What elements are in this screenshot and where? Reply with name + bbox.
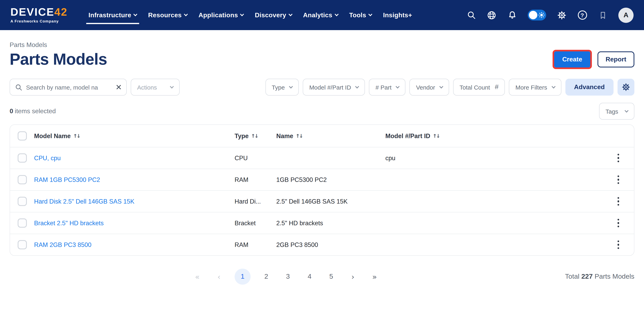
sort-icon[interactable]: ↑↓ <box>433 133 440 139</box>
type-filter-label: Type <box>272 84 285 91</box>
help-icon[interactable]: ? <box>578 10 587 20</box>
search-input[interactable] <box>26 84 112 91</box>
column-label: Model Name <box>34 132 71 139</box>
name-cell: 2GB PC3 8500 <box>276 241 385 248</box>
total-prefix: Total <box>565 273 581 280</box>
next-page-button[interactable]: › <box>347 269 359 285</box>
sort-icon[interactable]: ↑↓ <box>73 133 80 139</box>
nav-item-infrastructure[interactable]: Infrastructure <box>83 0 142 30</box>
vendor-filter-dropdown[interactable]: Vendor <box>410 79 449 96</box>
top-navbar: DEVICE42 A Freshworks Company Infrastruc… <box>0 0 644 30</box>
column-header-model-name[interactable]: Model Name↑↓ <box>34 132 234 139</box>
parts-models-table: Model Name↑↓ Type↑↓ Name↑↓ Model #/Part … <box>10 124 634 256</box>
search-icon[interactable] <box>466 10 476 20</box>
vendor-filter-label: Vendor <box>416 84 435 91</box>
globe-icon[interactable] <box>487 10 496 20</box>
column-label: Model #/Part ID <box>385 132 430 139</box>
nav-item-resources[interactable]: Resources <box>142 0 193 30</box>
search-box[interactable] <box>10 79 127 96</box>
tags-dropdown[interactable]: Tags <box>599 103 634 120</box>
model-name-link[interactable]: CPU, cpu <box>34 154 234 162</box>
total-count-text: Total 227 Parts Models <box>565 273 634 281</box>
total-suffix: Parts Models <box>593 273 634 280</box>
nav-item-label: Discovery <box>255 12 286 19</box>
last-page-button[interactable]: » <box>368 269 380 285</box>
selection-row: 0items selected Tags <box>10 103 634 120</box>
num-part-filter-dropdown[interactable]: # Part <box>369 79 406 96</box>
model-name-link[interactable]: Hard Disk 2.5" Dell 146GB SAS 15K <box>34 198 234 205</box>
row-checkbox[interactable] <box>18 197 27 206</box>
column-header-name[interactable]: Name↑↓ <box>276 132 385 139</box>
logo-wordmark: DEVICE42 <box>10 7 68 18</box>
title-row: Parts Models Create Report <box>10 50 634 68</box>
type-cell: Bracket <box>234 219 276 227</box>
actions-dropdown[interactable]: Actions <box>131 79 180 96</box>
nav-item-label: Infrastructure <box>88 12 131 19</box>
bell-icon[interactable] <box>507 10 517 20</box>
theme-toggle[interactable] <box>528 10 546 21</box>
prev-page-button[interactable]: ‹ <box>213 269 225 285</box>
gear-icon[interactable] <box>557 10 566 20</box>
column-header-model-part-id[interactable]: Model #/Part ID↑↓ <box>385 132 610 139</box>
select-all-checkbox[interactable] <box>18 131 27 140</box>
table-row: RAM 2GB PC3 8500 RAM 2GB PC3 8500 <box>10 234 634 255</box>
clear-search-icon[interactable] <box>116 84 122 90</box>
logo-tagline: A Freshworks Company <box>10 20 68 23</box>
row-actions-kebab-icon[interactable] <box>613 237 624 252</box>
page-button-1[interactable]: 1 <box>234 269 250 285</box>
page-button-4[interactable]: 4 <box>304 269 316 285</box>
chevron-down-icon <box>624 108 628 112</box>
total-count-filter[interactable]: Total Count# <box>453 79 505 96</box>
report-button[interactable]: Report <box>598 51 634 67</box>
bookmark-icon[interactable] <box>598 10 608 20</box>
first-page-button[interactable]: « <box>191 269 203 285</box>
nav-item-analytics[interactable]: Analytics <box>298 0 344 30</box>
row-checkbox[interactable] <box>18 218 27 228</box>
user-avatar[interactable]: A <box>618 8 634 23</box>
create-button[interactable]: Create <box>554 51 590 67</box>
actions-label: Actions <box>137 84 157 91</box>
sort-icon[interactable]: ↑↓ <box>296 133 302 139</box>
title-actions: Create Report <box>554 51 634 67</box>
sort-icon[interactable]: ↑↓ <box>251 133 258 139</box>
row-actions-kebab-icon[interactable] <box>613 173 624 187</box>
model-name-link[interactable]: Bracket 2.5" HD brackets <box>34 219 234 227</box>
table-row: CPU, cpu CPU cpu <box>10 147 634 169</box>
row-checkbox[interactable] <box>18 153 27 163</box>
row-actions-kebab-icon[interactable] <box>613 216 624 230</box>
hash-icon: # <box>495 83 499 91</box>
nav-item-discovery[interactable]: Discovery <box>249 0 298 30</box>
breadcrumb[interactable]: Parts Models <box>10 41 634 49</box>
page-button-3[interactable]: 3 <box>282 269 294 285</box>
row-actions-kebab-icon[interactable] <box>613 194 624 209</box>
nav-item-tools[interactable]: Tools <box>344 0 377 30</box>
search-icon <box>15 83 22 91</box>
chevron-down-icon <box>396 84 400 88</box>
model-part-id-filter-dropdown[interactable]: Model #/Part ID <box>303 79 365 96</box>
type-cell: CPU <box>234 154 276 162</box>
row-checkbox[interactable] <box>18 175 27 184</box>
nav-item-insights-plus[interactable]: Insights+ <box>377 0 418 30</box>
more-filters-dropdown[interactable]: More Filters <box>509 79 561 96</box>
table-settings-button[interactable] <box>618 79 634 96</box>
main-nav-menu: Infrastructure Resources Applications Di… <box>83 0 418 30</box>
nav-item-label: Applications <box>198 12 238 19</box>
toggle-knob <box>529 11 537 19</box>
tags-label: Tags <box>606 108 618 115</box>
model-name-link[interactable]: RAM 2GB PC3 8500 <box>34 241 234 248</box>
advanced-button[interactable]: Advanced <box>565 79 614 96</box>
page-button-5[interactable]: 5 <box>325 269 337 285</box>
logo-brand-accent: 42 <box>54 6 68 18</box>
filter-toolbar: Actions Type Model #/Part ID # Part Vend… <box>10 79 634 96</box>
type-filter-dropdown[interactable]: Type <box>265 79 299 96</box>
nav-item-label: Resources <box>148 12 182 19</box>
sun-icon <box>538 12 544 18</box>
model-name-link[interactable]: RAM 1GB PC5300 PC2 <box>34 176 234 183</box>
column-header-type[interactable]: Type↑↓ <box>234 132 276 139</box>
row-actions-kebab-icon[interactable] <box>613 151 624 165</box>
page-button-2[interactable]: 2 <box>260 269 272 285</box>
items-selected-text: 0items selected <box>10 108 56 115</box>
nav-item-applications[interactable]: Applications <box>193 0 249 30</box>
row-checkbox[interactable] <box>18 240 27 249</box>
device42-logo[interactable]: DEVICE42 A Freshworks Company <box>10 7 68 23</box>
